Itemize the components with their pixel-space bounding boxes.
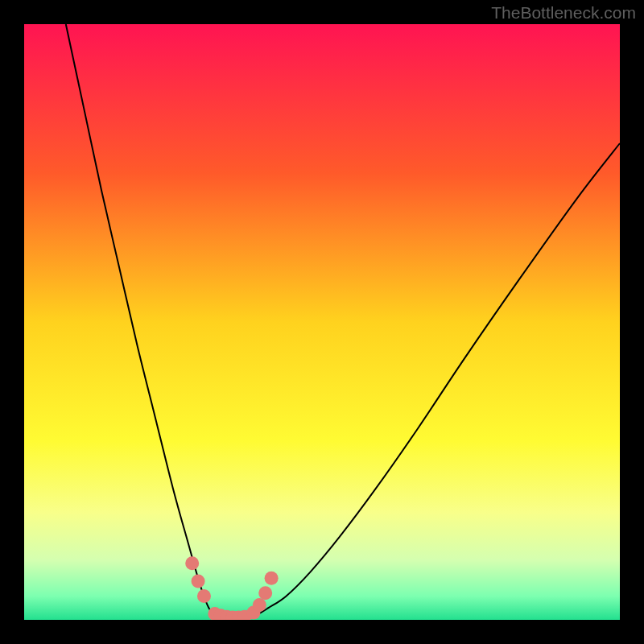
chart-svg xyxy=(24,24,620,620)
gradient-background xyxy=(24,24,620,620)
highlight-dot xyxy=(265,572,279,585)
highlight-dot xyxy=(253,598,266,612)
chart-container: TheBottleneck.com xyxy=(0,0,644,644)
watermark-text: TheBottleneck.com xyxy=(491,3,636,23)
highlight-dot xyxy=(185,556,199,570)
highlight-dot xyxy=(197,589,211,603)
plot-area xyxy=(24,24,620,620)
highlight-dot xyxy=(258,586,272,600)
highlight-dot xyxy=(192,574,205,588)
